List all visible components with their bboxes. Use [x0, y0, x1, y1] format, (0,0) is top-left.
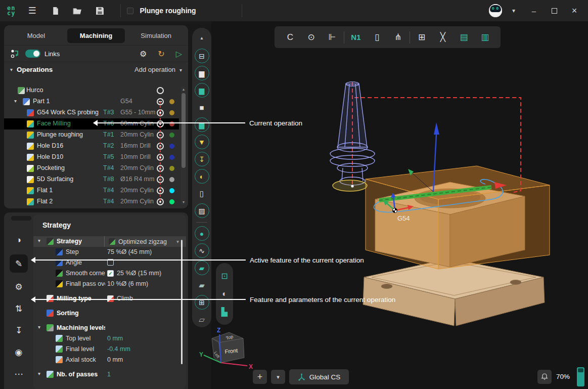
operation-radio[interactable] [157, 87, 164, 94]
param-value[interactable]: Optimized zigzag▾ [104, 236, 179, 247]
tool-icon[interactable]: ↧ [11, 323, 26, 338]
geo-surface-alt-icon[interactable]: ▰ [195, 278, 209, 292]
operation-row-part-1[interactable]: ▾Part 1G54 [4, 96, 179, 107]
close-button[interactable]: × [566, 3, 583, 18]
operation-color-dot [169, 144, 174, 149]
tab-model[interactable]: Model [7, 28, 65, 43]
param-value[interactable]: ✓25 %Ø (15 mm) [107, 270, 179, 277]
equalizer-icon[interactable]: ▥ [474, 32, 495, 42]
measure-tape-icon[interactable]: ⊙ [301, 32, 322, 42]
feed-speed-icon[interactable]: ◉ [11, 344, 26, 360]
operation-row-hurco[interactable]: Hurco [4, 85, 179, 96]
statistics-icon[interactable]: ╳ [432, 32, 454, 42]
checkbox-icon[interactable]: ✓ [107, 270, 114, 277]
operation-name: Hole D10 [37, 153, 63, 160]
chevron-down-icon[interactable]: ▾ [10, 67, 13, 72]
operation-row-hole-d10[interactable]: Hole D10T#510mm Drill [4, 152, 179, 163]
tab-simulation[interactable]: Simulation [127, 28, 185, 43]
nc-blocks-icon[interactable]: N1 [345, 33, 367, 41]
chevron-down-icon[interactable]: ▾ [38, 238, 40, 243]
run-simulation-icon[interactable]: ▷ [176, 49, 182, 59]
param-row-strategy[interactable]: ▾StrategyOptimized zigzag▾ [33, 236, 186, 247]
op-probing-icon[interactable]: ⊟ [195, 49, 209, 63]
chevron-down-icon[interactable]: ▾ [14, 98, 17, 104]
notifications-bell-icon[interactable] [537, 370, 552, 384]
operation-row-hole-d16[interactable]: Hole D16T#216mm Drill [4, 141, 179, 152]
links-toggle[interactable] [25, 50, 40, 58]
annotation-current-operation: Current operation [94, 118, 302, 127]
geo-point-icon[interactable]: ● [195, 226, 209, 241]
machine-icon [18, 87, 25, 94]
panel-drag-handle[interactable] [11, 216, 31, 221]
snap-magnet-icon[interactable]: C [280, 32, 301, 42]
settings-gear-icon[interactable]: ⚙ [11, 279, 26, 294]
main-menu-icon[interactable]: ☰ [24, 3, 39, 18]
param-row-axial-stock[interactable]: Axial stock0 mm [33, 355, 186, 365]
tab-machining[interactable]: Machining [67, 28, 125, 43]
param-row-nb-of-passes[interactable]: ▾Nb. of passes1 [33, 369, 186, 380]
param-row-finall-pass-ove[interactable]: Finall pass ove10 %Ø (6 mm) [33, 279, 186, 289]
view-cube[interactable]: Z Y X Top Left Front [199, 326, 255, 372]
op-pocket-sheet-icon[interactable]: ▯ [195, 186, 209, 201]
operations-scrollbar[interactable]: ▴ ▾ [181, 86, 186, 205]
scroll-down-icon[interactable]: ▾ [181, 200, 186, 204]
maximize-button[interactable] [546, 3, 563, 18]
operation-name: 5D Surfacing [37, 176, 73, 183]
operation-row-5d-surfacing[interactable]: 5D SurfacingT#8Ø16 R4 mm [4, 174, 179, 185]
scroll-up-icon[interactable]: ▴ [195, 33, 209, 42]
param-row-machining-levels[interactable]: ▾Machining levels [33, 323, 186, 333]
global-cs-button[interactable]: Global CS [289, 369, 349, 384]
caliper-icon[interactable]: ⊩ [322, 32, 343, 42]
op-drilling-icon[interactable]: ↧ [195, 152, 209, 166]
settings-gear-icon[interactable]: ⚙ [140, 49, 147, 59]
op-hatch-region-icon[interactable]: ▨ [195, 203, 209, 218]
more-icon[interactable]: ⋯ [11, 366, 26, 381]
chevron-down-icon[interactable]: ▾ [38, 371, 40, 376]
zoom-slider[interactable] [577, 367, 584, 386]
geo-surface-point-icon[interactable]: ▱ [195, 312, 209, 327]
op-holder-icon[interactable]: ◐ [195, 169, 209, 184]
user-avatar[interactable]: 0 0 [489, 4, 502, 17]
param-row-top-level[interactable]: Top level0 mm [33, 333, 186, 344]
new-file-icon[interactable] [48, 3, 63, 18]
operation-row-flat-2[interactable]: Flat 2T#420mm Cylin [4, 196, 179, 207]
stock-swatch-icon[interactable]: ■ [195, 100, 209, 115]
add-operation-button[interactable]: Add operation▾ [134, 66, 182, 73]
param-row-final-level[interactable]: Final level-0.4 mm [33, 344, 186, 355]
calculator-icon[interactable]: ⊞ [411, 32, 432, 42]
tool-magazine-icon[interactable]: ▤ [454, 32, 475, 42]
save-file-icon[interactable] [92, 3, 107, 18]
fit-selection-icon[interactable]: ⊡ [221, 271, 228, 281]
operation-row-pocketing[interactable]: PocketingT#420mm Cylin [4, 163, 179, 174]
shading-icon[interactable]: ◑ [11, 233, 26, 248]
drilling-op-icon [27, 143, 34, 150]
operation-row-plunge-roughing[interactable]: Plunge roughingT#120mm Cylin [4, 129, 179, 141]
op-roughing-icon[interactable]: ▆ [195, 66, 209, 80]
param-row-sorting[interactable]: Sorting [33, 308, 186, 319]
operation-row-flat-1[interactable]: Flat 1T#420mm Cylin [4, 185, 179, 196]
lead-in-out-icon[interactable]: ⇅ [11, 301, 26, 316]
add-cs-button[interactable]: + [253, 370, 267, 384]
chevron-down-icon[interactable]: ▾ [38, 324, 40, 330]
open-file-icon[interactable] [70, 3, 85, 18]
cs-dropdown-icon[interactable]: ▾ [271, 370, 285, 384]
annotation-arrow [94, 122, 245, 123]
active-feature-icon[interactable]: ✎ [10, 254, 28, 273]
scrollbar-thumb[interactable] [182, 93, 186, 168]
operation-row-g54-work-cs-probing[interactable]: G54 Work CS probingT#3G55 - 10mm [4, 107, 179, 118]
op-chamfer-icon[interactable]: ▼ [195, 135, 209, 149]
axial-stock-icon [56, 356, 63, 363]
param-row-smooth-corner[interactable]: Smooth corner✓25 %Ø (15 mm) [33, 268, 186, 279]
param-value: 1 [107, 371, 179, 378]
sync-refresh-icon[interactable]: ↻ [158, 49, 164, 59]
minimize-button[interactable]: – [525, 3, 542, 18]
setup-sheet-icon[interactable]: ▯ [367, 32, 388, 42]
scroll-up-icon[interactable]: ▴ [181, 87, 186, 92]
account-dropdown-icon[interactable]: ▾ [505, 3, 522, 18]
solid-body-icon[interactable]: ▙ [221, 307, 228, 317]
op-finishing-icon[interactable]: ▆ [195, 83, 209, 98]
tool-holders-icon[interactable]: ⋔ [388, 32, 409, 42]
operations-connector-line [160, 102, 161, 202]
toolbar-divider [344, 31, 344, 44]
chevron-down-icon[interactable]: ▾ [176, 239, 179, 244]
